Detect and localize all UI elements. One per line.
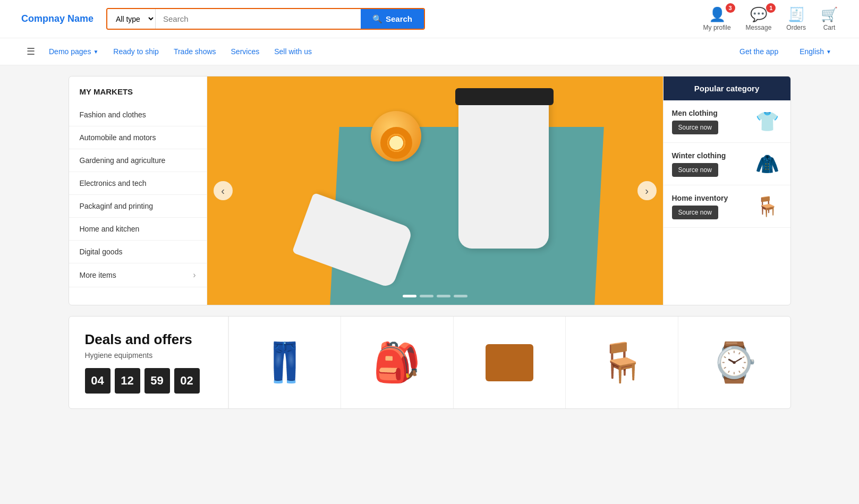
sidebar-item-home-kitchen[interactable]: Home and kitchen [69, 218, 207, 241]
deals-products: 👖 🎒 🪑 ⌚ [228, 317, 790, 408]
message-icon-item[interactable]: 💬 1 Message [746, 6, 772, 31]
more-items-arrow-icon: › [193, 270, 195, 280]
orders-icon-item[interactable]: 🧾 Orders [786, 6, 806, 31]
category-title-men: Men clothing [672, 109, 718, 117]
category-entry-winter-clothing: Winter clothing Source now 🧥 [664, 143, 790, 185]
sidebar-item-digital-goods[interactable]: Digital goods [69, 241, 207, 263]
sidebar: MY MARKETS Fashion and clothes Automobil… [69, 76, 207, 305]
navbar: ☰ Demo pages ▼ Ready to ship Trade shows… [0, 38, 859, 65]
search-type-select[interactable]: All type [107, 9, 156, 29]
carousel: ‹ › [207, 76, 663, 305]
cart-icon-item[interactable]: 🛒 Cart [821, 6, 838, 31]
language-dropdown-icon: ▼ [826, 49, 831, 55]
carousel-visual [207, 76, 663, 305]
carousel-dot-2[interactable] [420, 295, 433, 297]
nav-item-demo-pages[interactable]: Demo pages ▼ [42, 40, 105, 63]
carousel-dots [403, 295, 467, 297]
sidebar-title: MY MARKETS [69, 87, 207, 104]
sidebar-item-electronics[interactable]: Electronics and tech [69, 172, 207, 195]
nav-item-ready-to-ship[interactable]: Ready to ship [107, 40, 165, 63]
popular-category-panel: Popular category Men clothing Source now… [663, 76, 790, 305]
deal-product-watch[interactable]: ⌚ [678, 317, 790, 408]
carousel-dot-4[interactable] [454, 295, 467, 297]
my-profile-icon-item[interactable]: 👤 3 My profile [703, 6, 731, 31]
deals-info: Deals and offers Hygiene equipments 04 1… [69, 317, 228, 408]
timer-minutes: 12 [115, 368, 140, 394]
carousel-dot-1[interactable] [403, 295, 416, 297]
deals-subtitle: Hygiene equipments [85, 351, 212, 360]
source-now-home-button[interactable]: Source now [672, 206, 718, 219]
cart-icon: 🛒 [821, 6, 838, 23]
timer-seconds: 59 [144, 368, 170, 394]
leather-pad-icon [486, 344, 533, 381]
chair-icon: 🪑 [598, 340, 646, 385]
deal-product-jeans[interactable]: 👖 [228, 317, 341, 408]
message-badge: 1 [766, 3, 776, 13]
nav-item-sell-with-us[interactable]: Sell with us [268, 40, 318, 63]
deals-timer: 04 12 59 02 [85, 368, 212, 394]
category-title-winter: Winter clothing [672, 151, 726, 160]
cart-label: Cart [823, 24, 836, 31]
timer-ms: 02 [174, 368, 200, 394]
men-clothing-thumb: 👕 [753, 107, 782, 136]
deal-product-backpack[interactable]: 🎒 [341, 317, 453, 408]
dropdown-icon: ▼ [93, 49, 98, 55]
profile-icon: 👤 [709, 6, 726, 23]
jeans-icon: 👖 [261, 340, 309, 385]
sidebar-item-gardening[interactable]: Gardening and agriculture [69, 149, 207, 172]
source-now-men-button[interactable]: Source now [672, 121, 718, 134]
nav-item-trade-shows[interactable]: Trade shows [167, 40, 223, 63]
top-section: MY MARKETS Fashion and clothes Automobil… [69, 76, 791, 305]
message-icon: 💬 [750, 6, 767, 23]
nav-item-services[interactable]: Services [225, 40, 266, 63]
hamburger-menu[interactable]: ☰ [21, 38, 40, 65]
winter-clothing-thumb: 🧥 [753, 149, 782, 178]
home-inventory-thumb: 🪑 [753, 192, 782, 221]
sidebar-item-packaging[interactable]: Packaginf and printing [69, 195, 207, 218]
source-now-winter-button[interactable]: Source now [672, 163, 718, 177]
header: Compnay Name All type 🔍 Search 👤 3 My pr… [0, 0, 859, 38]
category-title-home: Home inventory [672, 194, 728, 202]
timer-hours: 04 [85, 368, 110, 394]
sidebar-item-automobile[interactable]: Automobile and motors [69, 126, 207, 149]
orders-icon: 🧾 [788, 6, 805, 23]
chevron-left-icon: ‹ [221, 185, 225, 197]
header-icons: 👤 3 My profile 💬 1 Message 🧾 Orders 🛒 Ca… [703, 6, 838, 31]
search-button[interactable]: 🔍 Search [361, 9, 424, 29]
orders-label: Orders [786, 24, 806, 31]
category-entry-men-clothing: Men clothing Source now 👕 [664, 100, 790, 143]
get-the-app[interactable]: Get the app [733, 40, 785, 63]
logo: Compnay Name [21, 13, 96, 24]
carousel-next-button[interactable]: › [637, 181, 657, 200]
watch-icon: ⌚ [710, 340, 758, 385]
search-bar: All type 🔍 Search [106, 8, 425, 30]
backpack-icon: 🎒 [373, 340, 421, 385]
sidebar-item-fashion[interactable]: Fashion and clothes [69, 104, 207, 126]
sidebar-item-more[interactable]: More items › [69, 263, 207, 287]
deals-title: Deals and offers [85, 331, 212, 348]
profile-label: My profile [703, 24, 731, 31]
deal-product-leather[interactable] [453, 317, 566, 408]
message-label: Message [746, 24, 772, 31]
search-input[interactable] [156, 9, 361, 29]
nav-right: Get the app English ▼ [733, 40, 838, 63]
category-entry-home-inventory: Home inventory Source now 🪑 [664, 185, 790, 228]
main-content: MY MARKETS Fashion and clothes Automobil… [58, 76, 802, 409]
profile-badge: 3 [726, 3, 735, 13]
carousel-prev-button[interactable]: ‹ [214, 181, 233, 200]
language-selector[interactable]: English ▼ [793, 40, 838, 63]
carousel-dot-3[interactable] [437, 295, 450, 297]
popular-category-header: Popular category [664, 76, 790, 100]
deals-section: Deals and offers Hygiene equipments 04 1… [69, 316, 791, 409]
chevron-right-icon: › [645, 185, 649, 197]
deal-product-chair[interactable]: 🪑 [565, 317, 678, 408]
search-icon: 🔍 [372, 14, 382, 24]
